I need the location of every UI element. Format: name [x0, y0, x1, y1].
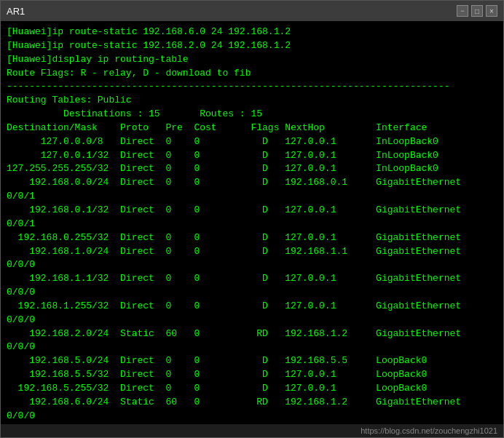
terminal-line: 255.255.255.255/32 Direct 0 0 D 127.0.0.… [7, 423, 497, 424]
terminal-line: 127.255.255.255/32 Direct 0 0 D 127.0.0.… [7, 162, 497, 176]
main-window: AR1 － □ × [Huawei]ip route-static 192.16… [0, 0, 504, 438]
maximize-button[interactable]: □ [471, 5, 483, 17]
terminal-line: [Huawei]ip route-static 192.168.2.0 24 1… [7, 39, 497, 53]
terminal-line: 192.168.1.255/32 Direct 0 0 D 127.0.0.1 … [7, 300, 497, 314]
close-button[interactable]: × [486, 5, 497, 17]
window-title: AR1 [7, 6, 25, 17]
terminal-line: 192.168.1.0/24 Direct 0 0 D 192.168.1.1 … [7, 245, 497, 259]
terminal-line: 127.0.0.1/32 Direct 0 0 D 127.0.0.1 InLo… [7, 149, 497, 163]
window-controls: － □ × [457, 5, 497, 17]
terminal-line: 192.168.1.1/32 Direct 0 0 D 127.0.0.1 Gi… [7, 272, 497, 286]
terminal-line: 0/0/1 [7, 218, 497, 231]
terminal-line: 192.168.6.0/24 Static 60 0 RD 192.168.1.… [7, 396, 497, 410]
status-bar: https://blog.csdn.net/zouchengzhi1021 [1, 424, 503, 437]
terminal-line: Routing Tables: Public [7, 94, 497, 108]
terminal-line: 0/0/0 [7, 286, 497, 300]
terminal-line: ----------------------------------------… [7, 80, 497, 94]
status-url: https://blog.csdn.net/zouchengzhi1021 [361, 426, 497, 435]
terminal-line: Route Flags: R - relay, D - download to … [7, 67, 497, 81]
terminal-line: [Huawei]ip route-static 192.168.6.0 24 1… [7, 25, 497, 39]
terminal-line: 192.168.5.5/32 Direct 0 0 D 127.0.0.1 Lo… [7, 368, 497, 382]
terminal-line: Destinations : 15 Routes : 15 [7, 108, 497, 122]
terminal-line: 0/0/1 [7, 190, 497, 204]
terminal-output: [Huawei]ip route-static 192.168.6.0 24 1… [1, 21, 503, 424]
terminal-line: 0/0/0 [7, 258, 497, 272]
terminal-line: 192.168.0.1/32 Direct 0 0 D 127.0.0.1 Gi… [7, 204, 497, 218]
terminal-line: 0/0/0 [7, 341, 497, 354]
terminal-line: 0/0/0 [7, 410, 497, 423]
terminal-line: 127.0.0.0/8 Direct 0 0 D 127.0.0.1 InLoo… [7, 135, 497, 149]
terminal-line: 0/0/0 [7, 314, 497, 327]
terminal-line: 192.168.0.255/32 Direct 0 0 D 127.0.0.1 … [7, 231, 497, 245]
terminal-line: 192.168.5.255/32 Direct 0 0 D 127.0.0.1 … [7, 382, 497, 396]
terminal-line: [Huawei]display ip routing-table [7, 53, 497, 67]
terminal-line: Destination/Mask Proto Pre Cost Flags Ne… [7, 122, 497, 135]
terminal-line: 192.168.5.0/24 Direct 0 0 D 192.168.5.5 … [7, 354, 497, 368]
terminal-line: 192.168.0.0/24 Direct 0 0 D 192.168.0.1 … [7, 176, 497, 190]
terminal-line: 192.168.2.0/24 Static 60 0 RD 192.168.1.… [7, 327, 497, 341]
title-bar: AR1 － □ × [1, 1, 503, 21]
minimize-button[interactable]: － [457, 5, 468, 17]
